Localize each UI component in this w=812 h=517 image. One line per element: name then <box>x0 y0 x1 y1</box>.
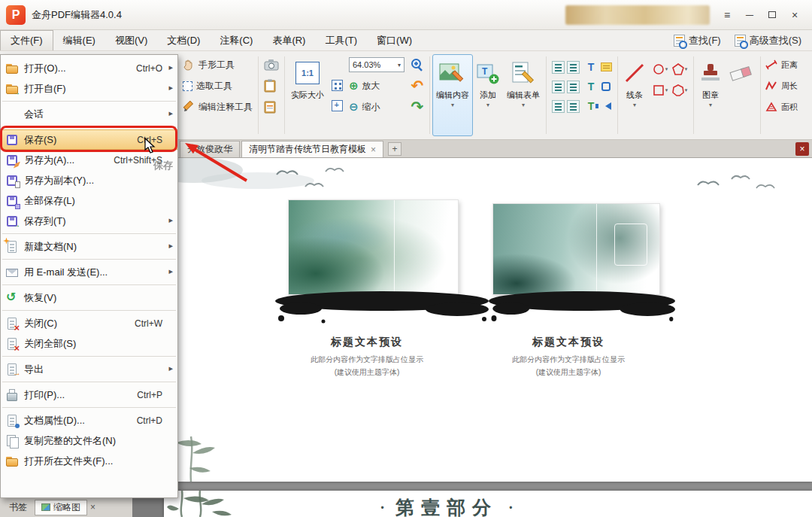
close-window-button[interactable]: × <box>783 7 806 23</box>
paste-button[interactable] <box>261 75 282 96</box>
edit-form-button[interactable]: 编辑表单 ▾ <box>503 54 544 136</box>
measure-perimeter-button[interactable]: 周长 <box>763 75 800 96</box>
panel-close-button[interactable]: × <box>90 502 95 512</box>
text-field-tool-icon-5[interactable] <box>552 100 565 113</box>
landscape-image-right[interactable] <box>492 203 660 295</box>
menu-item-close[interactable]: 关闭(C) Ctrl+W <box>1 313 177 333</box>
circle-shape-button[interactable]: ▾ <box>653 63 668 75</box>
section-title[interactable]: · 第壹部分 · <box>164 495 729 517</box>
text-field-tool-icon-3[interactable] <box>552 81 565 93</box>
menu-item-open-from[interactable]: 打开自(F) <box>1 78 177 99</box>
menu-item-document-properties[interactable]: 文档属性(D)... Ctrl+D <box>1 410 177 430</box>
menu-separator <box>2 101 176 102</box>
measure-area-button[interactable]: 面积 <box>763 96 800 117</box>
menu-view[interactable]: 视图(V) <box>105 30 157 50</box>
menu-item-close-all[interactable]: 关闭全部(S) <box>1 333 177 354</box>
panel-tab-thumbnails[interactable]: 缩略图 <box>35 500 87 515</box>
app-window: { "colors": { "annotation_red": "#e1251b… <box>0 0 812 517</box>
select-tool-button[interactable]: 选取工具 <box>180 75 256 96</box>
block-note: (建议使用主题字体) <box>511 367 626 378</box>
zoom-level-select[interactable]: 64.03% ▾ <box>349 57 404 72</box>
maximize-button[interactable] <box>761 7 783 23</box>
menu-window[interactable]: 窗口(W) <box>367 30 422 50</box>
edit-form-icon <box>511 58 535 88</box>
lines-button[interactable]: 线条 ▾ <box>620 54 649 136</box>
menu-item-save-as[interactable]: 另存为(A)... Ctrl+Shift+S <box>1 150 177 170</box>
menu-item-session[interactable]: 会话 <box>1 104 177 124</box>
menu-item-new-document[interactable]: 新建文档(N) <box>1 236 177 257</box>
shapes-group: ▾ ▾ ▾ ▾ <box>649 54 691 136</box>
find-button[interactable]: 查找(F) <box>668 32 727 49</box>
panel-tab-bookmarks[interactable]: 书签 <box>3 500 33 515</box>
redo-button[interactable]: ↷ <box>408 96 427 117</box>
zoom-out-button[interactable]: ⊖ 缩小 <box>346 96 408 117</box>
text-field-tool-icon-2[interactable] <box>567 61 580 74</box>
landscape-image-left[interactable] <box>288 199 459 295</box>
snapshot-button[interactable] <box>261 54 282 75</box>
menu-item-save-to[interactable]: 保存到(T) <box>1 211 177 231</box>
menu-file[interactable]: 文件(F) <box>0 30 53 50</box>
pentagon-shape-button[interactable]: ▾ <box>672 63 688 75</box>
eraser-button[interactable] <box>725 54 758 136</box>
polygon-shape-button[interactable]: ▾ <box>672 84 688 96</box>
toolbar-separator <box>284 56 285 134</box>
title-text-block-left[interactable]: 标题文本预设 此部分内容作为文字排版占位显示 (建议使用主题字体) <box>310 336 424 378</box>
clipboard-edit-button[interactable] <box>261 96 282 117</box>
document-tab-1[interactable]: 开放俊政华 <box>180 141 240 157</box>
blurred-account-info <box>565 5 710 25</box>
menu-item-label: 打开自(F) <box>24 82 162 96</box>
text-tool-green-icon[interactable]: T <box>588 101 595 111</box>
menu-form[interactable]: 表单(R) <box>262 30 315 50</box>
text-tool-teal-icon[interactable]: T <box>588 81 595 92</box>
fit-page-icon[interactable] <box>332 100 343 111</box>
menu-item-open[interactable]: 打开(O)... Ctrl+O <box>1 58 177 78</box>
marquee-zoom-button[interactable] <box>408 54 427 75</box>
text-tool-blue-icon[interactable]: T <box>588 62 595 72</box>
menu-document[interactable]: 文档(D) <box>157 30 210 50</box>
menu-item-save-all[interactable]: 全部保存(L) <box>1 190 177 211</box>
menu-edit[interactable]: 编辑(E) <box>53 30 105 50</box>
document-tab-2[interactable]: 清明节踏青传统节日教育模板 × <box>241 141 383 157</box>
birds-decoration <box>690 172 780 196</box>
tab-close-icon[interactable]: × <box>371 145 376 154</box>
sticky-note-icon[interactable] <box>601 62 612 71</box>
menu-item-email[interactable]: 用 E-mail 发送(E)... <box>1 262 177 282</box>
annotate-tool-button[interactable]: 编辑注释工具 <box>180 96 256 117</box>
stamp-button[interactable]: 图章 ▾ <box>696 54 725 136</box>
zoom-in-button[interactable]: ⊕ 放大 <box>346 75 408 96</box>
advanced-find-icon <box>735 35 746 47</box>
edit-content-button[interactable]: 编辑内容 ▾ <box>432 54 473 136</box>
measure-distance-button[interactable]: 距离 <box>763 54 800 75</box>
close-document-button[interactable]: × <box>795 142 809 156</box>
add-button[interactable]: T 添加 ▾ <box>473 54 503 136</box>
actual-size-button[interactable]: 1:1 实际大小 <box>287 54 328 136</box>
menu-item-save[interactable]: 保存(S) Ctrl+S <box>1 129 177 150</box>
fit-width-icon[interactable] <box>332 80 343 91</box>
text-field-tool-icon-6[interactable] <box>567 100 580 113</box>
new-tab-button[interactable]: + <box>388 142 401 156</box>
menu-item-open-containing-folder[interactable]: 打开所在文件夹(F)... <box>1 451 177 471</box>
advanced-find-button[interactable]: 高级查找(S) <box>729 32 807 49</box>
pen-mark <box>14 162 20 169</box>
menu-tools[interactable]: 工具(T) <box>315 30 367 50</box>
text-field-tool-icon-1[interactable] <box>552 61 565 74</box>
text-field-tools-group <box>549 54 582 136</box>
menu-item-export[interactable]: 导出 <box>1 359 177 379</box>
square-shape-button[interactable]: ▾ <box>653 84 668 96</box>
menu-item-print[interactable]: 打印(P)... Ctrl+P <box>1 385 177 405</box>
menu-item-save-copy[interactable]: 另存为副本(Y)... <box>1 170 177 190</box>
speaker-icon[interactable] <box>605 102 611 110</box>
menu-item-revert[interactable]: 恢复(V) <box>1 287 177 308</box>
stack-mark <box>15 204 20 209</box>
undo-button[interactable]: ↶ <box>408 75 427 96</box>
menu-item-copy-filename[interactable]: 复制完整的文件名(N) <box>1 430 177 451</box>
minimize-button[interactable]: ─ <box>738 7 761 23</box>
title-text-block-right[interactable]: 标题文本预设 此部分内容作为文字排版占位显示 (建议使用主题字体) <box>511 336 626 378</box>
text-field-tool-icon-4[interactable] <box>567 81 580 93</box>
menu-annotate[interactable]: 注释(C) <box>210 30 262 50</box>
hand-tool-button[interactable]: 手形工具 <box>180 54 256 75</box>
menu-hamburger-button[interactable]: ≡ <box>716 7 738 23</box>
link-icon[interactable] <box>601 82 611 91</box>
blank-icon <box>5 108 19 121</box>
thumbnails-label: 缩略图 <box>53 501 80 514</box>
